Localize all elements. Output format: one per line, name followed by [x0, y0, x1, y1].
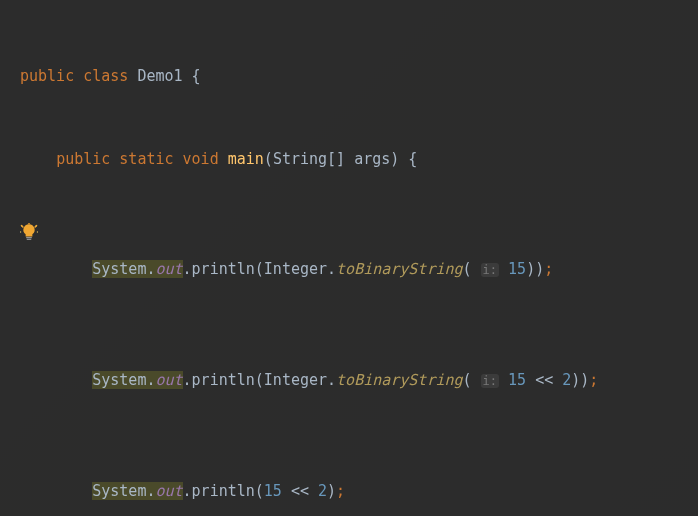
param-hint: i:: [481, 374, 499, 388]
code-line: public static void main(String[] args) {: [0, 146, 698, 174]
code-line: System.out.println(Integer.toBinaryStrin…: [0, 367, 698, 396]
code-editor[interactable]: public class Demo1 { public static void …: [0, 0, 698, 516]
code-line: System.out.println(Integer.toBinaryStrin…: [0, 256, 698, 285]
svg-line-2: [21, 225, 23, 227]
svg-rect-1: [27, 239, 32, 240]
lightbulb-icon[interactable]: [20, 223, 38, 241]
svg-rect-0: [26, 237, 32, 238]
code-line: System.out.println(15 << 2);: [0, 478, 698, 506]
code-line: public class Demo1 {: [0, 63, 698, 91]
svg-line-3: [35, 225, 37, 227]
param-hint: i:: [481, 263, 499, 277]
